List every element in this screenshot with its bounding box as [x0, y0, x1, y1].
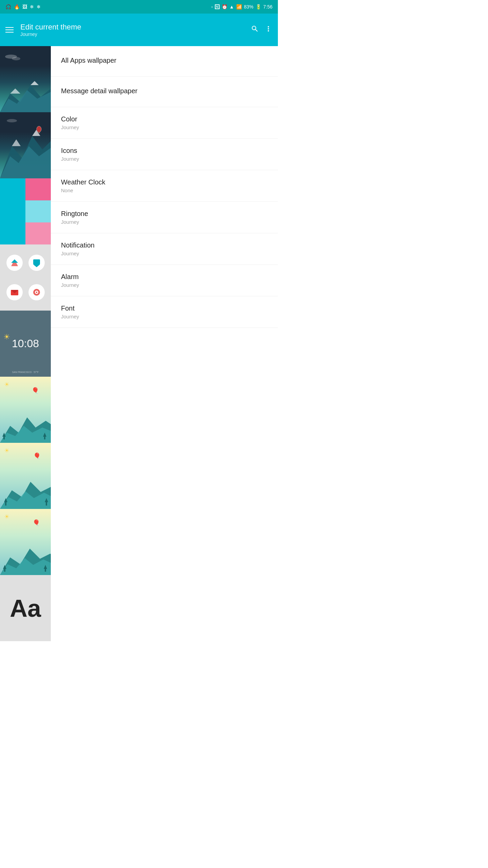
ringtone-sun-icon: ☀ [4, 381, 9, 388]
thumbnail-font: Aa [0, 575, 51, 641]
thumbnail-message-wallpaper [0, 112, 51, 178]
list-item-message-detail-wallpaper[interactable]: Message detail wallpaper [51, 77, 278, 107]
weather-clock-sun-icon: ☀ [3, 333, 10, 341]
svg-marker-1 [0, 90, 51, 112]
ringtone-balloon-icon: 🎈 [32, 387, 39, 394]
main-content: ☀ 10:08 SAN FRANCISCO · 57°F ☀ 🎈 ☀ 🎈 [0, 46, 278, 641]
svg-rect-10 [38, 132, 40, 133]
list-item-all-apps-wallpaper-title: All Apps wallpaper [61, 57, 268, 64]
svg-rect-11 [33, 259, 40, 264]
list-item-font-subtitle: Journey [61, 314, 268, 319]
list-item-color[interactable]: Color Journey [51, 107, 278, 139]
search-button[interactable] [251, 25, 259, 35]
list-item-ringtone-subtitle: Journey [61, 219, 268, 225]
list-item-font[interactable]: Font Journey [51, 296, 278, 328]
nfc-icon: N [215, 4, 220, 9]
status-bar-left: 🎧 🔥 🖼 ❄ ❄ [5, 4, 41, 9]
color-swatch-teal [0, 178, 25, 244]
hamburger-line-3 [5, 32, 14, 33]
clock-location-display: SAN FRANCISCO · 57°F [0, 371, 51, 373]
list-item-color-subtitle: Journey [61, 124, 268, 130]
list-item-message-detail-wallpaper-title: Message detail wallpaper [61, 87, 268, 95]
icon-preview-1 [6, 254, 23, 271]
mountain-svg-2 [0, 112, 51, 178]
svg-point-17 [36, 292, 37, 293]
thumbnails-panel: ☀ 10:08 SAN FRANCISCO · 57°F ☀ 🎈 ☀ 🎈 [0, 46, 51, 641]
list-item-icons-title: Icons [61, 147, 268, 155]
app-bar-actions [251, 25, 272, 35]
icon-preview-4 [28, 284, 45, 301]
icon-preview-3 [6, 284, 23, 301]
snowflake1-icon: ❄ [30, 4, 34, 9]
alarm-sun-icon: ☀ [4, 513, 9, 520]
alarm-mountain-svg [0, 538, 51, 575]
list-item-icons-subtitle: Journey [61, 156, 268, 162]
list-item-ringtone-title: Ringtone [61, 210, 268, 218]
thumbnail-color [0, 178, 51, 244]
list-panel: All Apps wallpaper Message detail wallpa… [51, 46, 278, 641]
list-item-all-apps-wallpaper[interactable]: All Apps wallpaper [51, 46, 278, 77]
status-bar-right: ▫ N ⏰ ▲ 📶 83% 🔋 7:56 [211, 4, 272, 9]
more-options-button[interactable] [264, 25, 272, 35]
svg-marker-31 [0, 558, 51, 575]
headphones-icon: 🎧 [5, 4, 11, 9]
ringtone-mountain-svg [0, 406, 51, 443]
thumbnail-ringtone: ☀ 🎈 [0, 377, 51, 443]
list-item-notification-title: Notification [61, 241, 268, 249]
app-bar-title: Edit current theme Journey [20, 23, 251, 37]
page-title: Edit current theme [20, 23, 251, 32]
hamburger-line-2 [5, 29, 14, 30]
signal-icon: 📶 [236, 4, 242, 9]
page-subtitle: Journey [20, 32, 251, 37]
thumbnail-all-apps-wallpaper [0, 46, 51, 112]
notification-mountain-svg [0, 472, 51, 509]
thumbnail-icons [0, 244, 51, 311]
time-display: 7:56 [263, 4, 272, 9]
svg-marker-3 [30, 81, 39, 85]
list-item-alarm-title: Alarm [61, 273, 268, 281]
svg-marker-25 [0, 491, 51, 509]
image-icon: 🖼 [22, 4, 27, 9]
wifi-icon: ▲ [229, 4, 234, 9]
thumbnail-weather-clock: ☀ 10:08 SAN FRANCISCO · 57°F [0, 311, 51, 377]
color-swatch-light-blue [25, 200, 51, 222]
battery-percentage: 83% [244, 4, 253, 9]
list-item-weather-clock[interactable]: Weather Clock None [51, 170, 278, 202]
alarm-balloon-icon: 🎈 [33, 519, 40, 527]
notification-balloon-icon: 🎈 [33, 452, 41, 460]
list-item-weather-clock-subtitle: None [61, 188, 268, 193]
status-bar: 🎧 🔥 🖼 ❄ ❄ ▫ N ⏰ ▲ 📶 83% 🔋 7:56 [0, 0, 278, 14]
hamburger-line-1 [5, 27, 14, 28]
list-item-icons[interactable]: Icons Journey [51, 139, 278, 170]
list-item-notification[interactable]: Notification Journey [51, 233, 278, 265]
bluetooth-icon: ▫ [211, 4, 213, 9]
clock-time-display: 10:08 [12, 337, 39, 350]
svg-marker-6 [12, 139, 21, 146]
app-bar: Edit current theme Journey [0, 14, 278, 46]
color-swatch-pink [25, 178, 51, 200]
list-item-alarm-subtitle: Journey [61, 282, 268, 288]
font-preview-text: Aa [10, 596, 41, 620]
thumbnail-alarm: ☀ 🎈 [0, 509, 51, 575]
list-item-color-title: Color [61, 115, 268, 123]
list-item-ringtone[interactable]: Ringtone Journey [51, 202, 278, 233]
snowflake2-icon: ❄ [37, 4, 41, 9]
alarm-icon: ⏰ [222, 4, 227, 9]
svg-marker-12 [33, 264, 40, 267]
thumbnail-notification: ☀ 🎈 [0, 443, 51, 509]
svg-marker-2 [10, 88, 20, 94]
mountain-svg-1 [0, 75, 51, 112]
list-item-font-title: Font [61, 304, 268, 312]
icon-preview-2 [28, 254, 45, 271]
notification-sun-icon: ☀ [4, 447, 9, 454]
fire-icon: 🔥 [14, 4, 20, 9]
battery-icon: 🔋 [256, 4, 261, 9]
list-item-weather-clock-title: Weather Clock [61, 178, 268, 186]
menu-button[interactable] [5, 27, 14, 33]
color-swatch-pink2 [25, 222, 51, 244]
svg-marker-19 [0, 426, 51, 443]
list-item-alarm[interactable]: Alarm Journey [51, 265, 278, 296]
list-item-notification-subtitle: Journey [61, 251, 268, 256]
